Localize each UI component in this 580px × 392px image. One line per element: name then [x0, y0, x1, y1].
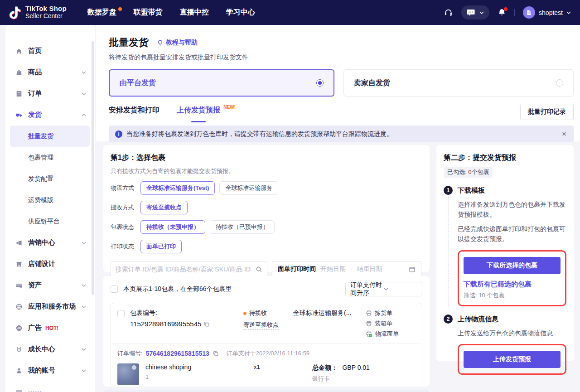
top-navbar: TikTok Shop Seller Center 数据罗盘 联盟带货 直播中控…: [0, 0, 580, 25]
sidebar-item-shop-design[interactable]: 店铺设计: [5, 253, 95, 275]
sidebar-subitem-supply-chain[interactable]: 供应链平台: [10, 211, 90, 232]
top-nav-links: 数据罗盘 联盟带货 直播中控 学习中心: [87, 8, 255, 17]
chip-awaiting-declared[interactable]: 待揽收（已预申报）: [210, 220, 275, 234]
nav-link-affiliate[interactable]: 联盟带货: [134, 8, 163, 17]
sidebar-subitem-bulk-shipping[interactable]: 批量发货: [10, 126, 90, 147]
status-dot-icon: [243, 312, 246, 315]
start-date-placeholder[interactable]: 开始日期: [320, 265, 346, 273]
sidebar-subitem-package-management[interactable]: 包裹管理: [10, 147, 90, 168]
printer-icon: [366, 310, 372, 316]
sidebar-item-truncated[interactable]: ······: [5, 381, 95, 392]
banner-close-icon[interactable]: ×: [561, 130, 567, 138]
sidebar-item-ads[interactable]: AD 广告HOT!: [5, 317, 95, 339]
ad-icon: AD: [15, 324, 23, 332]
radio-unselected-icon[interactable]: [556, 79, 563, 87]
tab-arrange-shipping[interactable]: 安排发货和打印: [109, 106, 160, 115]
chip-label-printed[interactable]: 面单已打印: [140, 240, 182, 253]
messages-pill[interactable]: [461, 5, 489, 19]
package-checkbox[interactable]: [117, 310, 125, 317]
package-id-block: 包裹编号: 1152928981699955545: [130, 309, 243, 338]
filter-label: 包裹状态: [111, 223, 136, 231]
filter-row-logistics: 物流方式 全球标准运输服务(Test) 全球标准运输服务: [111, 181, 422, 195]
copy-icon[interactable]: [213, 350, 219, 357]
pickup-method-label[interactable]: 寄送至揽收点: [243, 321, 279, 330]
picking-list-link[interactable]: 拣货单: [366, 309, 416, 317]
account-menu[interactable]: shoptest: [523, 6, 571, 19]
tutorial-help-link[interactable]: 教程与帮助: [157, 39, 198, 47]
order-total-block: 总金额： GBP 0.01 银行卡: [312, 363, 416, 383]
chip-awaiting-not-declared[interactable]: 待揽收（未预申报）: [140, 220, 205, 234]
packing-list-link[interactable]: 装箱单: [366, 319, 416, 328]
end-date-placeholder[interactable]: 结束日期: [357, 265, 382, 273]
page: TikTok Shop Seller Center 数据罗盘 联盟带货 直播中控…: [0, 0, 580, 392]
next-package-card-edge: [103, 390, 430, 392]
chip-logistics-test[interactable]: 全球标准运输服务(Test): [140, 181, 215, 195]
select-all-checkbox[interactable]: [111, 286, 118, 293]
nav-link-live-center[interactable]: 直播中控: [180, 8, 209, 17]
chip-logistics-standard[interactable]: 全球标准运输服务: [219, 181, 278, 195]
upload-forecast-button[interactable]: 上传发货预报: [464, 351, 561, 368]
package-card: 包裹编号: 1152928981699955545 待揽收 寄送至揽收点: [111, 303, 422, 392]
avatar: [523, 6, 535, 19]
step-upload-logistics: 2 上传物流信息 上传发送给万色仓的包裹物流信息 上传发货预报: [444, 315, 566, 375]
nav-link-learning-center[interactable]: 学习中心: [226, 8, 255, 17]
package-id-value: 1152928981699955545: [130, 320, 201, 328]
product-name: chinese shoping: [145, 363, 247, 371]
chevron-down-icon: [82, 242, 86, 244]
chevron-down-icon: [82, 92, 86, 95]
search-icon[interactable]: [256, 266, 262, 273]
headset-icon[interactable]: [444, 8, 453, 17]
sidebar-item-my-account[interactable]: 我的账号: [5, 360, 95, 381]
annotation-box-download: 下载所选择的包裹 下载所有已筛选的包裹 筛选: 10 个包裹: [458, 250, 566, 306]
status-badge: 待揽收: [249, 309, 267, 317]
main-header-section: 批量发货 教程与帮助 将待发货的包裹批量安排发货或批量打印发货文件 由平台发货 …: [96, 25, 580, 141]
total-label: 总金额：: [312, 364, 338, 371]
step1-select-packages-card: 第1步：选择包裹 只有揽收方式为自寄的包裹才能提交发货预报。 物流方式 全球标准…: [103, 145, 430, 272]
download-selected-packages-button[interactable]: 下载所选择的包裹: [464, 257, 561, 274]
sidebar-item-label: 应用和服务市场: [28, 302, 82, 311]
upload-logistics-desc: 上传发送给万色仓的包裹物流信息: [458, 329, 566, 339]
sidebar-subitem-shipping-settings[interactable]: 发货配置: [10, 168, 90, 189]
tab-upload-forecast[interactable]: 上传发货预报 NEW!: [177, 106, 220, 115]
filter-row-pickup: 揽收方式 寄送至揽收点: [111, 201, 422, 214]
sidebar-scrollbar[interactable]: [92, 41, 94, 295]
sidebar-item-growth-center[interactable]: 成长中心: [5, 339, 95, 360]
search-input[interactable]: [116, 266, 253, 273]
bulk-print-records-button[interactable]: 批量打印记录: [520, 104, 574, 120]
sidebar-item-shipping[interactable]: 发货: [5, 104, 95, 126]
calendar-icon: [409, 266, 416, 273]
step1-heading: 第1步：选择包裹: [111, 153, 422, 163]
info-icon: i: [115, 131, 122, 138]
sidebar-item-app-market[interactable]: 应用和服务市场: [5, 296, 95, 317]
account-name: shoptest: [539, 9, 563, 16]
sidebar-subitem-shipping-template[interactable]: 运费模版: [10, 189, 90, 211]
download-all-filtered-link[interactable]: 下载所有已筛选的包裹: [464, 280, 561, 289]
nav-divider: [514, 9, 515, 16]
printer-icon: [366, 320, 372, 327]
sort-dropdown[interactable]: 订单支付时间升序: [345, 282, 422, 296]
truck-icon: [15, 111, 23, 119]
chevron-down-icon: [82, 71, 86, 74]
order-id-link[interactable]: 576461829615815513: [146, 350, 209, 357]
sidebar-item-assets[interactable]: 资产: [5, 275, 95, 296]
sidebar-item-home[interactable]: 首页: [5, 40, 95, 62]
megaphone-icon: [15, 239, 23, 247]
annotation-box-upload: 上传发货预报: [458, 344, 566, 375]
document-icon: [15, 90, 23, 97]
sidebar-item-products[interactable]: 商品: [5, 62, 95, 83]
ship-by-seller-card[interactable]: 卖家自发货: [343, 69, 574, 97]
sidebar-item-orders[interactable]: 订单: [5, 83, 95, 104]
shipping-label-link[interactable]: 物流面单: [366, 330, 416, 338]
copy-icon[interactable]: [203, 321, 210, 327]
filter-label: 物流方式: [111, 184, 136, 192]
chip-dropoff-point[interactable]: 寄送至揽收点: [140, 201, 188, 214]
radio-selected-icon[interactable]: [316, 79, 324, 87]
notifications-bell[interactable]: [498, 8, 506, 17]
step2-submit-forecast-card: 第二步：提交发货预报 已勾选: 0个包裹 1 下载模板 选择准备发送到万色仓的包…: [436, 145, 574, 361]
nav-link-data-compass[interactable]: 数据罗盘: [87, 8, 116, 17]
brand-logo[interactable]: TikTok Shop Seller Center: [9, 5, 67, 19]
brand-line1: TikTok Shop: [25, 5, 67, 13]
ship-by-platform-card[interactable]: 由平台发货: [109, 69, 334, 97]
sidebar-item-marketing[interactable]: 营销中心: [5, 232, 95, 253]
label-print-time-range[interactable]: 面单打印时间 开始日期 - 结束日期: [272, 261, 421, 277]
